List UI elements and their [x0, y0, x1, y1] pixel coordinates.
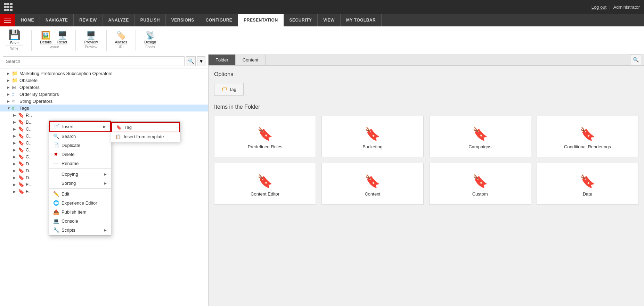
context-menu-insert[interactable]: 📄 Insert ▶ [49, 121, 111, 132]
tag-button[interactable]: 🏷 Tag [214, 83, 244, 96]
tree-item-operators[interactable]: ▶ ⊞ Operators [0, 84, 208, 91]
console-label: Console [62, 218, 78, 224]
duplicate-label: Duplicate [62, 143, 80, 148]
separator-1 [49, 168, 111, 169]
ribbon-preview-group: 🖥️ Preview Preview [84, 32, 98, 49]
context-menu-edit[interactable]: ✏️ Edit [49, 189, 111, 198]
item-icon-predefined: 🔖 [257, 127, 273, 141]
reset-button[interactable]: 🖥️ Reset [57, 32, 67, 44]
separator: | [609, 5, 610, 10]
tree-item-marketing[interactable]: ▶ 📁 Marketing Preferences Subscription O… [0, 70, 208, 77]
tab-security[interactable]: SECURITY [284, 14, 318, 26]
orderby-icon: ↕ [12, 91, 18, 97]
top-bar: Log out | Administrator [0, 0, 644, 14]
tree-arrow: ▶ [7, 85, 12, 89]
aliases-button[interactable]: 🏷️ Aliases [115, 32, 127, 44]
item-label-bucketing: Bucketing [362, 144, 382, 149]
context-menu-scripts[interactable]: 🔧 Scripts ▶ [49, 225, 111, 234]
hamburger-line-2 [4, 20, 11, 20]
tree-item-label: C... [26, 133, 33, 139]
search-input[interactable] [3, 56, 185, 66]
right-panel-content: Options 🏷 Tag Items in the Folder 🔖 Pred… [209, 66, 644, 306]
tab-mytoolbar[interactable]: MY TOOLBAR [341, 14, 382, 26]
item-conditional-renderings[interactable]: 🔖 Conditional Renderings [537, 116, 638, 157]
tree-arrow: ▶ [13, 141, 18, 145]
design-section-label: Feeds [144, 44, 156, 49]
scripts-icon: 🔧 [53, 227, 59, 233]
item-predefined-rules[interactable]: 🔖 Predefined Rules [214, 116, 316, 157]
tab-content[interactable]: Content [236, 55, 266, 65]
item-icon-context: 🔖 [365, 174, 380, 189]
submenu-tag[interactable]: 🔖 Tag [111, 122, 180, 132]
tab-review[interactable]: REVIEW [74, 14, 103, 26]
item-icon-date: 🔖 [580, 174, 595, 189]
submenu-insert-template[interactable]: 📋 Insert from template [111, 132, 180, 141]
context-menu-delete[interactable]: ✖ Delete [49, 150, 111, 159]
right-panel-search-button[interactable]: 🔍 [630, 54, 641, 65]
bookmark-icon: 🔖 [18, 189, 24, 194]
tree-arrow: ▶ [13, 148, 18, 152]
tab-navigate[interactable]: NAVIGATE [40, 14, 74, 26]
tab-versions[interactable]: VERSIONS [166, 14, 200, 26]
top-bar-right: Log out | Administrator [592, 5, 640, 10]
tree-item-tags[interactable]: ▼ 🏷 Tags [0, 105, 208, 111]
tree-arrow: ▶ [13, 176, 18, 180]
tab-folder[interactable]: Folder [209, 55, 236, 65]
bookmark-icon: 🔖 [18, 161, 24, 166]
tab-configure[interactable]: CONFIGURE [200, 14, 238, 26]
item-date[interactable]: 🔖 Date [537, 163, 638, 205]
options-heading: Options [214, 71, 638, 77]
item-content-editor[interactable]: 🔖 Content Editor [214, 163, 316, 205]
design-button[interactable]: 📡 Design [144, 32, 156, 44]
preview-button[interactable]: 🖥️ Preview [84, 32, 98, 44]
tree-arrow: ▶ [13, 162, 18, 166]
context-menu-rename[interactable]: — Rename [49, 159, 111, 168]
tree-item-orderby[interactable]: ▶ ↕ Order By Operators [0, 91, 208, 98]
scripts-arrow: ▶ [104, 228, 107, 232]
tree-arrow: ▶ [7, 99, 12, 103]
hamburger-button[interactable] [0, 14, 15, 26]
context-menu-sorting[interactable]: Sorting ▶ [49, 179, 111, 188]
search-button[interactable]: 🔍 [186, 56, 196, 66]
tab-presentation[interactable]: PRESENTATION [238, 14, 284, 26]
tab-analyze[interactable]: ANALYZE [103, 14, 135, 26]
context-menu-experience-editor[interactable]: 🌐 Experience Editor [49, 198, 111, 207]
item-icon-conditional: 🔖 [580, 127, 595, 141]
publish-item-label: Publish Item [62, 209, 87, 215]
context-menu-duplicate[interactable]: 📄 Duplicate [49, 141, 111, 150]
tab-publish[interactable]: PUBLISH [135, 14, 166, 26]
nav-bar: HOME NAVIGATE REVIEW ANALYZE PUBLISH VER… [0, 14, 644, 26]
context-menu-publish-item[interactable]: 📤 Publish Item [49, 207, 111, 216]
nav-tabs: HOME NAVIGATE REVIEW ANALYZE PUBLISH VER… [15, 14, 382, 26]
tab-view[interactable]: VIEW [318, 14, 341, 26]
delete-icon: ✖ [53, 151, 59, 157]
logout-link[interactable]: Log out [592, 5, 606, 10]
submenu-template-label: Insert from template [124, 134, 164, 139]
item-custom[interactable]: 🔖 Custom [429, 163, 531, 205]
item-icon-bucketing: 🔖 [365, 127, 380, 141]
context-menu-copying[interactable]: Copying ▶ [49, 169, 111, 179]
tree-item-label: D... [26, 161, 33, 166]
app-logo[interactable] [4, 3, 13, 11]
cm-search-icon: 🔍 [53, 133, 59, 139]
bookmark-icon: 🔖 [18, 147, 24, 152]
details-button[interactable]: 🖼️ Details [40, 32, 52, 44]
tree-item-stringops[interactable]: ▶ ≡ String Operators [0, 98, 208, 105]
dropdown-button[interactable]: ▼ [197, 56, 205, 66]
item-context[interactable]: 🔖 Context [321, 163, 423, 205]
item-bucketing[interactable]: 🔖 Bucketing [321, 116, 423, 157]
context-menu-console[interactable]: 💻 Console [49, 216, 111, 225]
layout-section-label: Layout [40, 44, 67, 49]
tab-home[interactable]: HOME [15, 14, 40, 26]
tag-button-icon: 🏷 [221, 86, 227, 92]
ribbon-divider-2 [75, 30, 76, 51]
tree-arrow: ▶ [13, 113, 18, 117]
tree-item-p[interactable]: ▶ 🔖 P... [0, 111, 208, 118]
item-campaigns[interactable]: 🔖 Campaigns [429, 116, 531, 157]
tree-item-label: C... [26, 140, 33, 146]
save-label: Save [10, 41, 18, 45]
save-button[interactable]: 💾 Save [8, 30, 21, 45]
tree-item-obsolete[interactable]: ▶ 📁 Obsolete [0, 77, 208, 84]
submenu-template-icon: 📋 [115, 134, 121, 139]
context-menu-search[interactable]: 🔍 Search [49, 132, 111, 141]
